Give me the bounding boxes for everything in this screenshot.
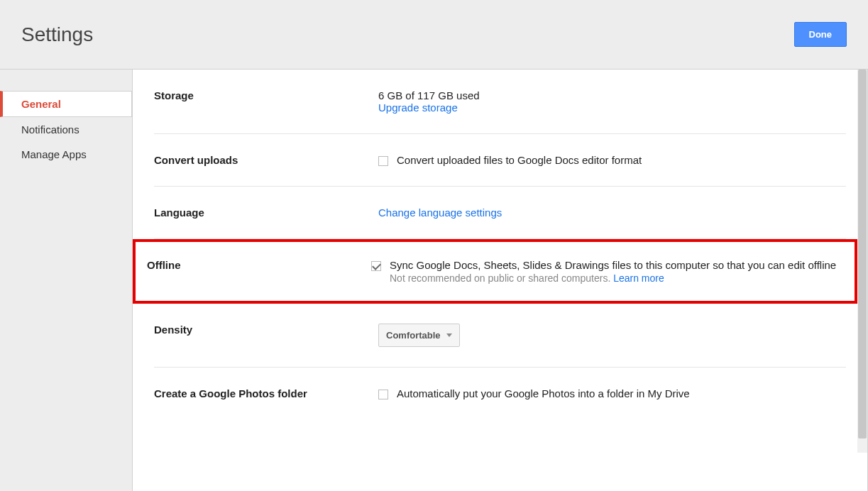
sidebar-item-notifications[interactable]: Notifications	[0, 117, 132, 142]
settings-sidebar: General Notifications Manage Apps	[0, 70, 132, 491]
convert-uploads-checkbox[interactable]	[378, 156, 388, 166]
label-offline: Offline	[147, 259, 371, 284]
offline-sync-checkbox[interactable]	[371, 261, 381, 271]
scrollbar-thumb[interactable]	[858, 70, 867, 438]
upgrade-storage-link[interactable]: Upgrade storage	[378, 101, 458, 114]
row-storage: Storage 6 GB of 117 GB used Upgrade stor…	[154, 70, 846, 134]
row-convert-uploads: Convert uploads Convert uploaded files t…	[154, 134, 846, 187]
offline-sync-text: Sync Google Docs, Sheets, Slides & Drawi…	[390, 259, 836, 271]
photos-folder-text: Automatically put your Google Photos int…	[397, 387, 690, 399]
row-density: Density Comfortable	[154, 304, 846, 368]
sidebar-item-general[interactable]: General	[0, 91, 132, 117]
sidebar-item-manage-apps[interactable]: Manage Apps	[0, 142, 132, 167]
label-storage: Storage	[154, 89, 378, 114]
storage-status: 6 GB of 117 GB used	[378, 89, 846, 101]
label-language: Language	[154, 206, 378, 219]
label-convert: Convert uploads	[154, 154, 378, 166]
offline-highlight-box: Offline Sync Google Docs, Sheets, Slides…	[133, 239, 857, 304]
row-language: Language Change language settings	[154, 187, 846, 239]
label-density: Density	[154, 324, 378, 347]
density-value: Comfortable	[386, 330, 441, 341]
density-dropdown[interactable]: Comfortable	[378, 324, 460, 347]
done-button[interactable]: Done	[794, 22, 847, 47]
row-google-photos-folder: Create a Google Photos folder Automatica…	[154, 368, 846, 419]
label-photos: Create a Google Photos folder	[154, 387, 378, 399]
offline-learn-more-link[interactable]: Learn more	[613, 272, 664, 284]
convert-uploads-text: Convert uploaded files to Google Docs ed…	[397, 154, 642, 166]
dropdown-arrow-icon	[446, 333, 452, 337]
change-language-link[interactable]: Change language settings	[378, 206, 502, 219]
page-title: Settings	[21, 23, 93, 46]
settings-header: Settings Done	[0, 0, 868, 70]
settings-content: Storage 6 GB of 117 GB used Upgrade stor…	[132, 70, 868, 491]
vertical-scrollbar[interactable]	[857, 70, 867, 453]
photos-folder-checkbox[interactable]	[378, 390, 388, 399]
offline-note: Not recommended on public or shared comp…	[390, 272, 836, 284]
